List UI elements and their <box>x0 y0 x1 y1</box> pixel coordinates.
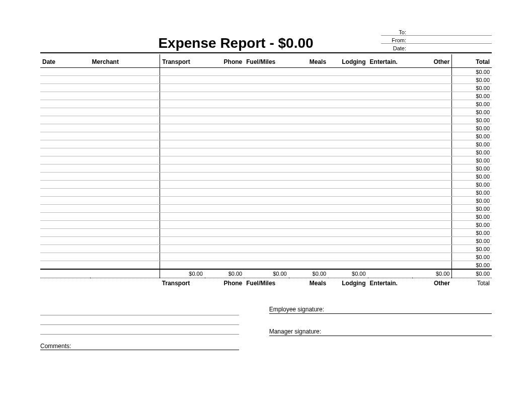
page-title: Expense Report - $0.00 <box>40 35 381 51</box>
comment-line <box>40 315 239 325</box>
table-row: $0.00 <box>40 213 492 221</box>
table-row: $0.00 <box>40 173 492 181</box>
flabel-transport: Transport <box>160 278 205 287</box>
table-row: $0.00 <box>40 205 492 213</box>
table-row: $0.00 <box>40 108 492 116</box>
table-row: $0.00 <box>40 245 492 253</box>
table-row: $0.00 <box>40 116 492 124</box>
total-transport: $0.00 <box>160 269 205 278</box>
meta-block: To: From: Date: <box>381 28 492 51</box>
employee-signature-label: Employee signature: <box>269 306 492 314</box>
table-row: $0.00 <box>40 165 492 173</box>
row-total: $0.00 <box>452 116 492 124</box>
col-merchant: Merchant <box>90 54 160 68</box>
row-total: $0.00 <box>452 173 492 181</box>
comments-block: Comments: <box>40 306 239 350</box>
table-row: $0.00 <box>40 92 492 100</box>
row-total: $0.00 <box>452 124 492 132</box>
total-fuel: $0.00 <box>244 269 288 278</box>
manager-signature-label: Manager signature: <box>269 328 492 336</box>
row-total: $0.00 <box>452 92 492 100</box>
row-total: $0.00 <box>452 229 492 237</box>
row-total: $0.00 <box>452 253 492 261</box>
row-total: $0.00 <box>452 108 492 116</box>
footer-labels-row: Transport Phone Fuel/Miles Meals Lodging… <box>40 278 492 287</box>
table-row: $0.00 <box>40 140 492 148</box>
table-row: $0.00 <box>40 76 492 84</box>
table-row: $0.00 <box>40 189 492 197</box>
meta-date-label: Date: <box>381 45 408 51</box>
col-phone: Phone <box>205 54 244 68</box>
table-row: $0.00 <box>40 181 492 189</box>
expense-table: Date Merchant Transport Phone Fuel/Miles… <box>40 54 492 287</box>
row-total: $0.00 <box>452 156 492 165</box>
col-meals: Meals <box>289 54 328 68</box>
flabel-fuel: Fuel/Miles <box>244 278 288 287</box>
table-row: $0.00 <box>40 261 492 270</box>
col-date: Date <box>40 54 90 68</box>
table-row: $0.00 <box>40 148 492 156</box>
col-total: Total <box>452 54 492 68</box>
total-entertain <box>368 269 412 278</box>
row-total: $0.00 <box>452 148 492 156</box>
col-lodging: Lodging <box>328 54 367 68</box>
meta-to-label: To: <box>381 29 408 35</box>
table-header-row: Date Merchant Transport Phone Fuel/Miles… <box>40 54 492 68</box>
row-total: $0.00 <box>452 165 492 173</box>
table-row: $0.00 <box>40 132 492 140</box>
table-row: $0.00 <box>40 156 492 165</box>
table-row: $0.00 <box>40 237 492 245</box>
flabel-phone: Phone <box>205 278 244 287</box>
total-other: $0.00 <box>412 269 452 278</box>
header: Expense Report - $0.00 To: From: Date: <box>40 28 492 53</box>
totals-row: $0.00 $0.00 $0.00 $0.00 $0.00 $0.00 $0.0… <box>40 269 492 278</box>
flabel-entertain: Entertain. <box>368 278 412 287</box>
comments-label: Comments: <box>40 335 239 350</box>
row-total: $0.00 <box>452 205 492 213</box>
table-row: $0.00 <box>40 221 492 229</box>
signatures-block: Employee signature: Manager signature: <box>239 306 492 350</box>
row-total: $0.00 <box>452 261 492 270</box>
meta-from-label: From: <box>381 37 408 43</box>
row-total: $0.00 <box>452 132 492 140</box>
col-other: Other <box>412 54 452 68</box>
row-total: $0.00 <box>452 221 492 229</box>
row-total: $0.00 <box>452 100 492 108</box>
col-entertain: Entertain. <box>368 54 412 68</box>
row-total: $0.00 <box>452 189 492 197</box>
flabel-meals: Meals <box>289 278 328 287</box>
table-row: $0.00 <box>40 253 492 261</box>
table-row: $0.00 <box>40 197 492 205</box>
bottom-section: Comments: Employee signature: Manager si… <box>40 306 492 350</box>
table-row: $0.00 <box>40 124 492 132</box>
flabel-total: Total <box>452 278 492 287</box>
total-meals: $0.00 <box>289 269 328 278</box>
total-phone: $0.00 <box>205 269 244 278</box>
row-total: $0.00 <box>452 213 492 221</box>
flabel-lodging: Lodging <box>328 278 367 287</box>
row-total: $0.00 <box>452 84 492 92</box>
row-total: $0.00 <box>452 197 492 205</box>
row-total: $0.00 <box>452 245 492 253</box>
row-total: $0.00 <box>452 237 492 245</box>
expense-report-page: Expense Report - $0.00 To: From: Date: D… <box>0 0 532 411</box>
total-lodging: $0.00 <box>328 269 367 278</box>
row-total: $0.00 <box>452 140 492 148</box>
row-total: $0.00 <box>452 76 492 84</box>
comment-line <box>40 306 239 315</box>
table-row: $0.00 <box>40 68 492 76</box>
table-row: $0.00 <box>40 229 492 237</box>
row-total: $0.00 <box>452 181 492 189</box>
col-fuel: Fuel/Miles <box>244 54 288 68</box>
table-row: $0.00 <box>40 84 492 92</box>
total-grand: $0.00 <box>452 269 492 278</box>
table-row: $0.00 <box>40 100 492 108</box>
row-total: $0.00 <box>452 68 492 76</box>
flabel-other: Other <box>412 278 452 287</box>
comment-line <box>40 325 239 335</box>
col-transport: Transport <box>160 54 205 68</box>
